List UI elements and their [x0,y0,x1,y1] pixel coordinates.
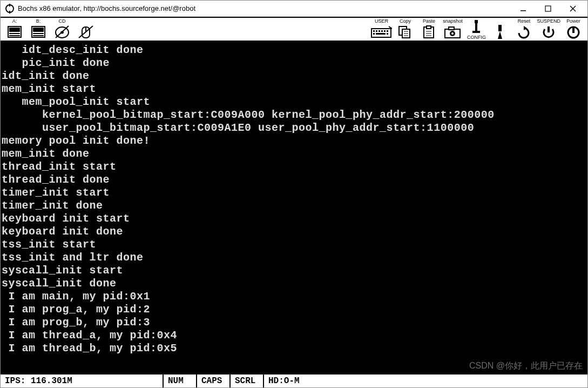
camera-icon [443,24,462,40]
copy-icon [397,24,413,40]
toolbar: A: B: CD USER [1,17,587,42]
app-icon [5,4,15,14]
mouse-button[interactable] [75,17,97,41]
cd-label: CD [59,19,66,24]
svg-rect-25 [381,30,383,32]
svg-rect-30 [387,33,388,35]
svg-rect-27 [387,30,388,32]
copy-label: Copy [400,19,411,24]
status-ips: IPS: 116.301M [1,374,163,387]
floppy-a-label: A: [12,19,17,24]
power-icon [565,24,582,40]
svg-rect-2 [9,11,10,14]
svg-rect-28 [373,33,375,35]
svg-rect-22 [373,30,375,32]
window-root: Bochs x86 emulator, http://bochs.sourcef… [1,1,587,387]
window-title: Bochs x86 emulator, http://bochs.sourcef… [18,4,511,12]
svg-rect-54 [572,26,575,33]
status-num: NUM [163,374,196,387]
terminal-output: idt_desc_init done pic_init done idt_ini… [1,42,587,373]
svg-rect-43 [449,27,454,30]
svg-rect-12 [33,28,44,32]
svg-rect-1 [9,4,10,6]
paste-label: Paste [423,19,435,24]
svg-rect-26 [384,30,386,32]
svg-rect-13 [33,33,44,34]
suspend-label: SUSPEND [537,19,560,24]
cdrom-button[interactable]: CD [51,17,73,41]
snapshot-label: snapshot [443,19,463,24]
svg-rect-8 [9,28,20,32]
reset-button[interactable]: Reset [513,17,535,41]
mouse-label [85,19,87,24]
close-button[interactable] [560,1,585,17]
config-label: CONFIG [467,35,486,40]
titlebar: Bochs x86 emulator, http://bochs.sourcef… [1,1,587,17]
svg-rect-14 [33,35,44,36]
status-scrl: SCRL [229,374,263,387]
svg-rect-9 [9,33,20,34]
minimize-button[interactable] [511,1,536,17]
floppy-icon [6,24,23,40]
status-bar: IPS: 116.301M NUM CAPS SCRL HD:O-M [1,373,587,387]
screwdriver-button[interactable] [489,17,511,41]
svg-rect-10 [9,35,20,36]
svg-rect-23 [376,30,377,32]
reset-label: Reset [518,19,531,24]
maximize-button[interactable] [536,1,560,17]
reset-icon [516,24,532,40]
svg-marker-50 [498,31,502,39]
disc-icon [54,24,70,40]
svg-rect-4 [545,6,551,11]
svg-rect-47 [475,23,477,31]
svg-rect-48 [472,31,480,33]
status-caps: CAPS [196,374,229,387]
user-button[interactable]: USER [370,17,392,41]
floppy-b-button[interactable]: B: [28,17,49,41]
status-hd: HD:O-M [263,374,587,387]
screwdriver-icon [495,24,505,40]
mouse-icon [78,24,94,40]
svg-rect-38 [427,26,431,29]
paste-icon [421,24,437,40]
config-button[interactable]: CONFIG [465,17,487,41]
copy-button[interactable]: Copy [394,17,416,41]
svg-rect-46 [475,20,478,23]
snapshot-button[interactable]: snapshot [442,17,463,41]
svg-rect-29 [376,33,386,35]
config-icon [468,19,484,35]
svg-rect-3 [521,10,526,11]
screwdriver-label [499,19,501,24]
suspend-icon [540,24,557,40]
floppy-icon [30,24,46,40]
keyboard-icon [370,24,392,40]
svg-rect-24 [379,30,380,32]
suspend-button[interactable]: SUSPEND [537,17,560,41]
svg-rect-52 [548,26,550,32]
svg-point-45 [451,32,454,35]
floppy-b-label: B: [36,19,41,24]
svg-rect-49 [498,25,502,31]
user-label: USER [375,19,388,24]
power-button[interactable]: Power [563,17,584,41]
floppy-a-button[interactable]: A: [4,17,25,41]
paste-button[interactable]: Paste [418,17,440,41]
power-label: Power [566,19,580,24]
